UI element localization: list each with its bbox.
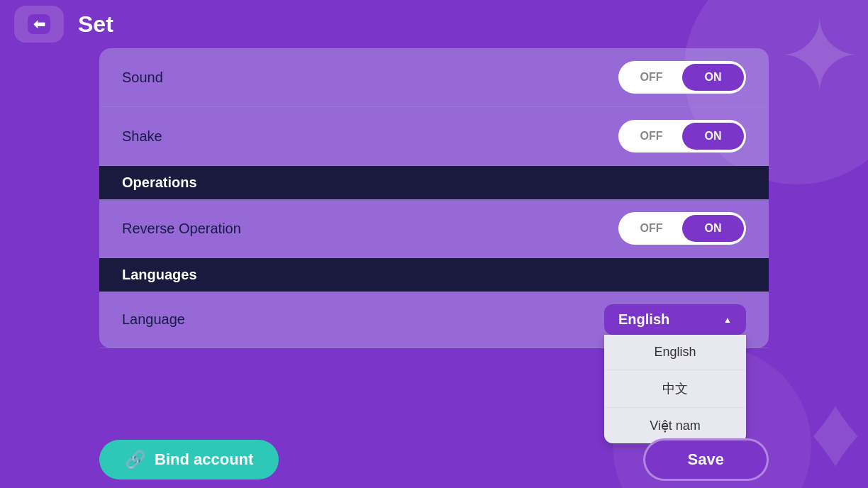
bottom-bar: 🔗 Bind account Save <box>0 431 868 488</box>
language-option-english[interactable]: English <box>604 335 746 370</box>
reverse-op-off-button[interactable]: OFF <box>621 215 682 242</box>
language-dropdown-menu: English 中文 Việt nam <box>604 335 746 443</box>
save-label: Save <box>688 450 724 468</box>
chevron-up-icon: ▲ <box>723 315 732 325</box>
language-select-wrapper: English ▲ English 中文 Việt nam <box>604 304 746 335</box>
shake-off-button[interactable]: OFF <box>621 123 682 150</box>
link-icon: 🔗 <box>125 450 146 470</box>
shake-row: Shake OFF ON <box>99 107 769 166</box>
save-button[interactable]: Save <box>643 438 769 481</box>
shake-on-button[interactable]: ON <box>682 123 744 150</box>
bind-account-button[interactable]: 🔗 Bind account <box>99 440 279 479</box>
language-select-button[interactable]: English ▲ <box>604 304 746 335</box>
languages-section-header: Languages <box>99 258 769 292</box>
operations-label: Operations <box>122 174 197 190</box>
reverse-operation-label: Reverse Operation <box>122 221 241 237</box>
language-option-chinese[interactable]: 中文 <box>604 370 746 408</box>
language-selected-value: English <box>618 311 669 328</box>
page-title: Set <box>78 11 113 38</box>
reverse-operation-toggle[interactable]: OFF ON <box>618 212 746 245</box>
language-row: Language English ▲ English 中文 Việt nam <box>99 292 769 348</box>
shake-label: Shake <box>122 128 162 145</box>
sound-on-button[interactable]: ON <box>682 64 744 91</box>
sound-toggle[interactable]: OFF ON <box>618 61 746 94</box>
back-arrow-icon: ⬅ <box>28 14 50 34</box>
back-button[interactable]: ⬅ <box>14 6 64 43</box>
operations-section-header: Operations <box>99 166 769 199</box>
language-label: Language <box>122 311 185 328</box>
bind-account-label: Bind account <box>155 450 253 469</box>
languages-label: Languages <box>122 267 197 282</box>
header: ⬅ Set <box>0 0 868 48</box>
settings-panel: Sound OFF ON Shake OFF ON Operations Rev… <box>99 48 769 348</box>
sound-row: Sound OFF ON <box>99 48 769 107</box>
sound-label: Sound <box>122 70 163 86</box>
reverse-operation-row: Reverse Operation OFF ON <box>99 199 769 258</box>
sound-off-button[interactable]: OFF <box>621 64 682 91</box>
reverse-op-on-button[interactable]: ON <box>682 215 744 242</box>
shake-toggle[interactable]: OFF ON <box>618 120 746 152</box>
